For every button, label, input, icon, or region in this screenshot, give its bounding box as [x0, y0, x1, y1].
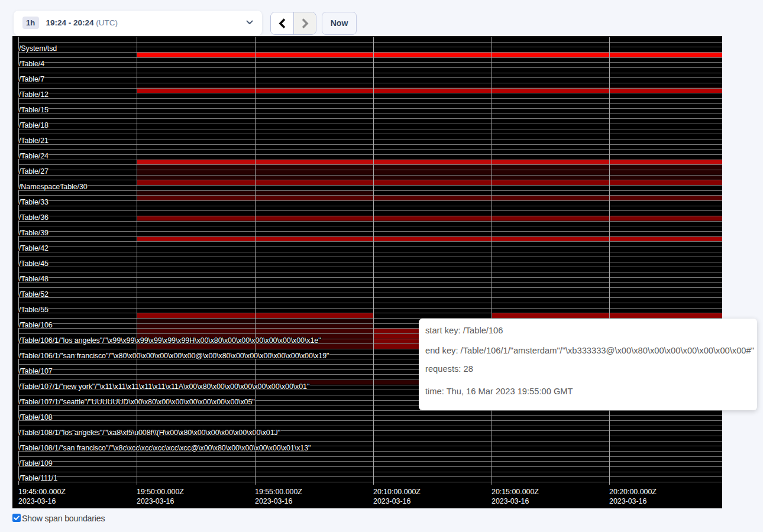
svg-text:/Table/107/1/"seattle"/"UUUUUU: /Table/107/1/"seattle"/"UUUUUUD\x00\x80\… [19, 398, 255, 406]
svg-text:20:15:00.000Z: 20:15:00.000Z [492, 488, 539, 496]
svg-text:/Table/27: /Table/27 [19, 167, 49, 176]
svg-text:/Table/24: /Table/24 [19, 152, 49, 160]
svg-text:2023-03-16: 2023-03-16 [492, 497, 529, 505]
svg-text:/Table/33: /Table/33 [19, 198, 49, 206]
svg-text:/Table/42: /Table/42 [19, 244, 49, 252]
svg-text:/Table/52: /Table/52 [19, 290, 49, 299]
svg-text:/NamespaceTable/30: /NamespaceTable/30 [19, 183, 88, 191]
svg-text:/Table/107/1/"new york"/"\x11\: /Table/107/1/"new york"/"\x11\x11\x11\x1… [19, 382, 309, 391]
svg-text:19:50:00.000Z: 19:50:00.000Z [137, 488, 184, 496]
svg-text:/Table/108: /Table/108 [19, 413, 53, 421]
svg-text:/Table/111/1: /Table/111/1 [19, 474, 57, 482]
svg-text:/Table/45: /Table/45 [19, 259, 49, 268]
svg-text:/Table/108/1/"los angeles"/"\x: /Table/108/1/"los angeles"/"\xa8\xf5\u00… [19, 429, 280, 437]
svg-text:/Table/15: /Table/15 [19, 106, 49, 114]
svg-text:/Table/39: /Table/39 [19, 229, 49, 237]
svg-text:/Table/106: /Table/106 [19, 321, 53, 329]
svg-text:/Table/36: /Table/36 [19, 213, 49, 222]
svg-text:19:55:00.000Z: 19:55:00.000Z [255, 488, 302, 496]
svg-text:/Table/7: /Table/7 [19, 75, 44, 83]
svg-text:20:20:00.000Z: 20:20:00.000Z [609, 488, 657, 496]
svg-text:2023-03-16: 2023-03-16 [255, 497, 292, 505]
svg-text:/Table/106/1/"san francisco"/": /Table/106/1/"san francisco"/"\x80\x00\x… [19, 352, 329, 360]
svg-text:/Table/108/1/"san francisco"/": /Table/108/1/"san francisco"/"\x8c\xcc\x… [19, 444, 311, 452]
svg-text:/Table/106/1/"los angeles"/"\x: /Table/106/1/"los angeles"/"\x99\x99\x99… [19, 336, 321, 345]
svg-text:/Table/18: /Table/18 [19, 121, 49, 129]
svg-text:2023-03-16: 2023-03-16 [18, 497, 56, 505]
svg-text:/System/tsd: /System/tsd [19, 44, 57, 53]
svg-text:/Table/12: /Table/12 [19, 90, 49, 99]
svg-text:/Table/55: /Table/55 [19, 306, 49, 314]
svg-text:/Table/48: /Table/48 [19, 275, 49, 283]
svg-text:2023-03-16: 2023-03-16 [609, 497, 646, 505]
svg-text:20:10:00.000Z: 20:10:00.000Z [373, 488, 421, 496]
svg-text:/Table/4: /Table/4 [19, 60, 44, 68]
svg-text:/Table/107: /Table/107 [19, 367, 53, 375]
svg-text:2023-03-16: 2023-03-16 [137, 497, 174, 505]
svg-text:2023-03-16: 2023-03-16 [373, 497, 410, 505]
svg-text:19:45:00.000Z: 19:45:00.000Z [18, 488, 66, 496]
svg-text:/Table/21: /Table/21 [19, 137, 49, 145]
svg-text:/Table/109: /Table/109 [19, 459, 53, 468]
